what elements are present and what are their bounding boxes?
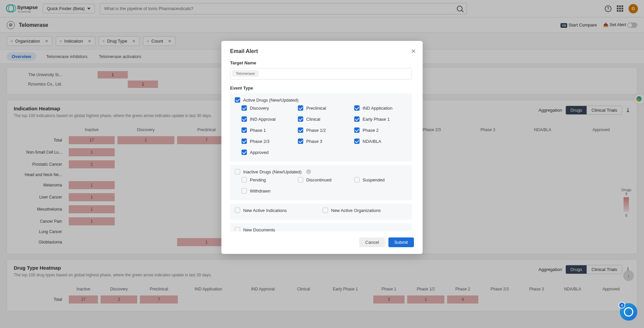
checkbox-item[interactable]: Preclinical — [298, 105, 351, 111]
checkbox-item[interactable]: Withdrawn — [241, 188, 294, 194]
active-drugs-items: DiscoveryPreclinicalIND ApplicationIND A… — [235, 105, 407, 158]
target-chip[interactable]: Telomerase — [232, 70, 258, 76]
checkbox-icon[interactable] — [354, 105, 360, 111]
active-drugs-section: Active Drugs (New/Updated) DiscoveryPrec… — [230, 93, 412, 162]
checkbox-icon[interactable] — [298, 116, 303, 122]
checkbox-icon[interactable] — [235, 97, 240, 103]
checkbox-icon[interactable] — [241, 127, 247, 133]
modal-footer: Cancel Submit — [230, 237, 414, 247]
inactive-drugs-section: Inactive Drugs (New/Updated) i PendingDi… — [230, 165, 412, 200]
info-icon[interactable]: i — [306, 169, 311, 174]
checkbox-item[interactable]: Phase 2/3 — [241, 139, 294, 144]
checkbox-icon[interactable] — [354, 116, 360, 122]
inactive-drugs-items: PendingDiscontinuedSuspendedWithdrawn — [235, 177, 407, 196]
checkbox-icon[interactable] — [241, 116, 247, 122]
checkbox-icon[interactable] — [298, 139, 303, 144]
checkbox-item[interactable]: Phase 1 — [241, 127, 294, 133]
checkbox-icon[interactable] — [323, 208, 328, 213]
checkbox-item[interactable]: Phase 1/2 — [298, 127, 351, 133]
checkbox-icon[interactable] — [354, 139, 360, 144]
checkbox-icon[interactable] — [298, 177, 303, 182]
checkbox-item[interactable]: Approved — [241, 150, 294, 155]
checkbox-icon[interactable] — [354, 127, 360, 133]
checkbox-icon[interactable] — [241, 150, 247, 155]
active-drugs-checkbox[interactable]: Active Drugs (New/Updated) — [235, 97, 407, 103]
checkbox-item[interactable]: New Active Indications — [235, 208, 319, 213]
new-documents-checkbox[interactable]: New Documents — [235, 227, 407, 231]
new-active-section: New Active IndicationsNew Active Organiz… — [230, 204, 412, 220]
cancel-button[interactable]: Cancel — [359, 237, 385, 247]
checkbox-item[interactable]: Phase 2 — [354, 127, 407, 133]
checkbox-icon[interactable] — [241, 188, 247, 194]
checkbox-item[interactable]: IND Application — [354, 105, 407, 111]
inactive-drugs-checkbox[interactable]: Inactive Drugs (New/Updated) i — [235, 169, 407, 174]
modal-title: Email Alert — [230, 48, 414, 54]
checkbox-icon[interactable] — [235, 208, 240, 213]
checkbox-icon[interactable] — [241, 177, 247, 182]
checkbox-item[interactable]: Pending — [241, 177, 294, 182]
checkbox-icon[interactable] — [241, 105, 247, 111]
checkbox-icon[interactable] — [298, 127, 303, 133]
checkbox-item[interactable]: Discontinued — [298, 177, 351, 182]
target-name-field[interactable]: Telomerase — [230, 68, 412, 79]
submit-button[interactable]: Submit — [388, 237, 414, 247]
checkbox-icon[interactable] — [235, 169, 240, 174]
event-type-label: Event Type — [230, 86, 412, 91]
checkbox-item[interactable]: Discovery — [241, 105, 294, 111]
checkbox-icon[interactable] — [298, 105, 303, 111]
checkbox-icon[interactable] — [235, 227, 240, 231]
checkbox-item[interactable]: Clinical — [298, 116, 351, 122]
checkbox-item[interactable]: NDA/BLA — [354, 139, 407, 144]
checkbox-icon[interactable] — [241, 139, 247, 144]
checkbox-item[interactable]: New Active Organizations — [323, 208, 407, 213]
close-icon[interactable]: ✕ — [411, 48, 416, 55]
target-name-label: Target Name — [230, 60, 412, 65]
chat-fab[interactable]: 4 — [620, 303, 637, 321]
new-documents-section: New Documents Clinical TrialsPatents — [230, 223, 412, 231]
checkbox-item[interactable]: Phase 3 — [298, 139, 351, 144]
checkbox-item[interactable]: Suspended — [354, 177, 407, 182]
checkbox-item[interactable]: Early Phase 1 — [354, 116, 407, 122]
checkbox-icon[interactable] — [354, 177, 360, 182]
chat-badge: 4 — [619, 302, 625, 309]
checkbox-item[interactable]: IND Approval — [241, 116, 294, 122]
email-alert-modal: ✕ Email Alert Target Name Telomerase Eve… — [221, 41, 423, 254]
